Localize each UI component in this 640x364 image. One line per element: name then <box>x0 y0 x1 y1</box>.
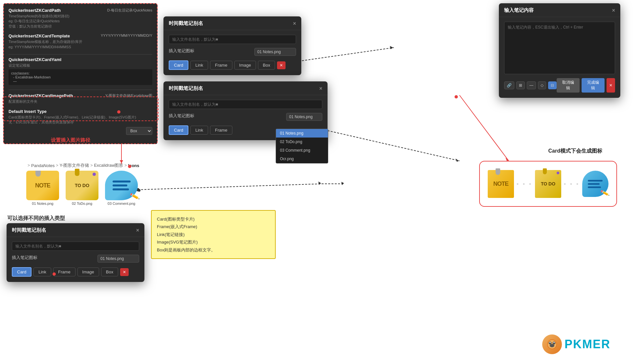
card-dash-1: - - - <box>517 181 532 187</box>
settings-key-inserttype: Default Insert Type <box>9 109 152 114</box>
note-icon-img: NOTE <box>26 171 59 200</box>
card-comment-lines <box>585 177 605 191</box>
note-clip <box>35 171 41 177</box>
dialog-2-btn-frame[interactable]: Frame <box>210 126 232 135</box>
dialog-3-input[interactable] <box>12 242 139 251</box>
dot-dialog4 <box>455 95 458 98</box>
dialog-3-btn-frame[interactable]: Frame <box>53 268 75 276</box>
dialog-4-icon-group: 🔗 ⊞ — ◇ ⊟ <box>504 81 557 89</box>
breadcrumb-excalidraw: Excalidraw图形 <box>94 162 123 168</box>
dialog-1-close[interactable]: × <box>293 21 296 26</box>
dialog-1-btn-image[interactable]: Image <box>234 61 256 70</box>
dialog-3-btn-card[interactable]: Card <box>12 267 32 277</box>
dialog-3-icon-row: 插入笔记图标 01 Notes.png 02 ToDo.png 03 Comme… <box>12 255 139 263</box>
dialog-2-btn-link[interactable]: Link <box>190 126 208 135</box>
dialog-2-icon-row: 插入笔记图标 01 Notes.png <box>169 113 322 121</box>
svg-line-8 <box>138 184 322 190</box>
dialog-2-close[interactable]: × <box>319 86 322 91</box>
settings-item-path: QuickerInsertZKCardPath TimeStampNote的存放… <box>9 8 152 29</box>
dialog-1-btn-redx[interactable]: ✕ <box>277 61 286 69</box>
svg-point-17 <box>549 342 551 343</box>
settings-panel: QuickerInsertZKCardPath TimeStampNote的存放… <box>3 3 158 144</box>
dialog-1-icon-select[interactable]: 01 Notes.png 02 ToDo.png 03 Comment.png <box>254 48 296 56</box>
settings-value-imagepath: Y-图形文件存储/Excalidraw图 <box>105 93 152 98</box>
card-mode-box: NOTE - - - TO DO - - - ✏️ <box>479 161 617 207</box>
dialog-3-btn-link[interactable]: Link <box>33 268 51 276</box>
dialog-1-icon-row: 插入笔记图标 01 Notes.png 02 ToDo.png 03 Comme… <box>169 48 296 56</box>
dialog-3-btn-redx[interactable]: ✕ <box>120 268 129 276</box>
dialog-4-close[interactable]: × <box>612 8 615 13</box>
dialog-2-input[interactable] <box>169 100 322 109</box>
dialog-4-textarea[interactable] <box>504 22 615 74</box>
settings-key-imagepath: QuickerInsertZKCardImagePath <box>9 93 73 98</box>
svg-point-16 <box>550 344 554 347</box>
breadcrumb-yfiles: Y-图形文件存储 <box>60 162 89 168</box>
dialog-2-icon-select[interactable]: 01 Notes.png <box>286 113 322 121</box>
dot-settings-imagepath <box>117 110 120 114</box>
file-icon-comment: ✏️ 03 Comment.png <box>105 171 138 205</box>
settings-desc-imagepath: 配置图标的文件夹 <box>9 99 73 104</box>
dialog-3-icon-label: 插入笔记图标 <box>12 255 37 261</box>
dropdown-item-ocr[interactable]: Ocr.png <box>276 155 328 163</box>
dialog-4-cancel-btn[interactable]: 取消编辑 <box>557 78 580 93</box>
dropdown-item-notes[interactable]: 01 Notes.png <box>276 129 328 138</box>
settings-value-template: YYYY/YYYYMM/YYYYMMDD/Y <box>101 33 152 37</box>
breadcrumb-arrow-1: > <box>28 163 30 168</box>
info-box-line4: Image(SVG笔记图片) <box>157 238 270 246</box>
info-box-line5: Box则是画板内部的边框文字。 <box>157 246 270 254</box>
info-box-line3: Link(笔记链接) <box>157 231 270 238</box>
settings-item-imagepath: QuickerInsertZKCardImagePath 配置图标的文件夹 Y-… <box>9 93 152 104</box>
settings-item-inserttype: Default Insert Type Card(图标类型卡片)、Frame(嵌… <box>9 109 152 135</box>
toolbar-grid-icon[interactable]: ⊞ <box>516 81 525 89</box>
dialog-1-icon-label: 插入笔记图标 <box>169 48 194 54</box>
dialog-3-btn-box[interactable]: Box <box>101 268 118 276</box>
comment-filename: 03 Comment.png <box>105 202 138 205</box>
svg-marker-12 <box>341 182 344 185</box>
dialog-3-title: 时间戳笔记别名 <box>12 227 46 233</box>
breadcrumb-sep-1: > <box>56 163 58 168</box>
settings-item-template: QuickerInsertZKCardTemplate TimeStampNot… <box>9 33 152 50</box>
file-icons-area: NOTE 01 Notes.png TO DO 02 ToDo.png ✏️ 0… <box>26 171 138 205</box>
insert-type-dropdown[interactable]: Box Card Frame Link Image <box>126 127 152 135</box>
pkmer-panda-svg <box>546 338 558 350</box>
dialog-1-btn-card[interactable]: Card <box>169 60 188 70</box>
dialog-1-select-wrapper: 01 Notes.png 02 ToDo.png 03 Comment.png <box>254 48 296 56</box>
note-filename: 01 Notes.png <box>26 202 59 205</box>
info-box-line1: Card(图标类型卡片) <box>157 215 270 223</box>
toolbar-grid2-icon[interactable]: ⊟ <box>548 81 557 89</box>
toolbar-link-icon[interactable]: 🔗 <box>504 81 514 89</box>
svg-point-18 <box>553 342 555 343</box>
todo-filename: 02 ToDo.png <box>66 202 98 205</box>
dialog-2-btn-card[interactable]: Card <box>169 125 188 135</box>
dialog-1-btn-frame[interactable]: Frame <box>210 61 232 70</box>
info-box: Card(图标类型卡片) Frame(嵌入式Frame) Link(笔记链接) … <box>151 210 276 259</box>
annotation-set-imagepath: 设置插入图片路径 <box>51 137 90 143</box>
dialog-1-input[interactable] <box>169 35 296 44</box>
dialog-2-header: 时间戳笔记别名 × <box>163 81 328 95</box>
dot-dialog3-card <box>53 272 56 276</box>
dialog-1-btn-link[interactable]: Link <box>190 61 208 70</box>
annotation-card-mode: Card模式下会生成图标 <box>548 148 602 155</box>
card-dash-2: - - - <box>564 181 580 187</box>
dialog-3-icon-select[interactable]: 01 Notes.png 02 ToDo.png 03 Comment.png <box>97 255 139 263</box>
dialog-4-title: 输入笔记内容 <box>504 7 534 13</box>
dropdown-item-comment[interactable]: 03 Comment.png <box>276 146 328 155</box>
dialog-4-body: 🔗 ⊞ — ◇ ⊟ 取消编辑 完成编辑 ✕ <box>499 17 620 98</box>
dialog-4-complete-btn[interactable]: 完成编辑 <box>582 78 605 93</box>
toolbar-eraser-icon[interactable]: ◇ <box>538 81 546 89</box>
dialog-3-btn-image[interactable]: Image <box>77 268 99 276</box>
dialog-4-actions: 取消编辑 完成编辑 ✕ <box>557 78 615 93</box>
dialog-4-redx-btn[interactable]: ✕ <box>607 78 615 93</box>
settings-key-template: QuickerInsertZKCardTemplate <box>9 33 82 38</box>
card-note-label: NOTE <box>493 181 508 187</box>
breadcrumb-sep-3: > <box>124 163 127 168</box>
dialog-1-btn-box[interactable]: Box <box>258 61 275 70</box>
dialog-3-close[interactable]: × <box>136 228 139 233</box>
file-browser-breadcrumb: > PandaNotes > Y-图形文件存储 > Excalidraw图形 >… <box>26 162 139 168</box>
toolbar-minus-icon[interactable]: — <box>527 81 536 89</box>
todo-label: TO DO <box>75 183 89 188</box>
info-box-line2: Frame(嵌入式Frame) <box>157 223 270 230</box>
comment-icon-img: ✏️ <box>105 171 138 200</box>
annotation-select-type: 可以选择不同的插入类型 <box>7 215 65 222</box>
dropdown-item-todo[interactable]: 02 ToDo.png <box>276 138 328 146</box>
